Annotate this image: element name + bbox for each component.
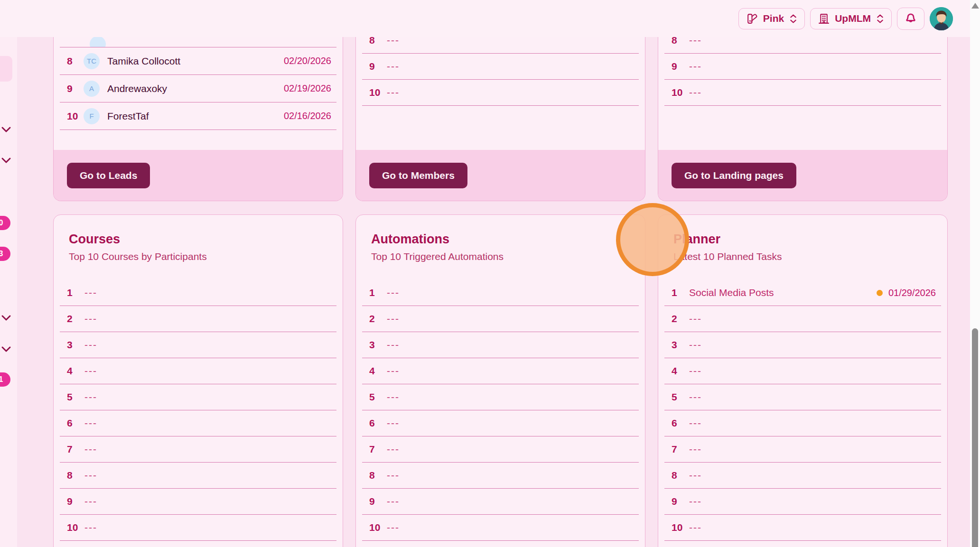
row-empty-value: --- [689, 496, 702, 507]
page-scrollbar[interactable] [970, 0, 980, 547]
table-row: 9 --- [362, 54, 639, 80]
top-header-bar: Pink UpMLM [0, 0, 980, 37]
row-rank: 8 [664, 37, 682, 46]
table-row: 6 --- [664, 410, 941, 436]
row-empty-value: --- [689, 87, 702, 98]
landing-pages-list: 8 --- 9 --- 10 --- [658, 37, 947, 106]
sidebar-active-item[interactable] [0, 56, 12, 82]
table-row: 7 --- [664, 436, 941, 463]
row-empty-value: --- [387, 444, 400, 455]
row-rank: 10 [362, 87, 380, 98]
row-empty-value: --- [689, 313, 702, 324]
workspace-selector-label: UpMLM [835, 13, 871, 24]
table-row: 4 --- [664, 358, 941, 384]
go-to-landing-pages-button[interactable]: Go to Landing pages [672, 163, 796, 188]
row-empty-value: --- [689, 522, 702, 533]
row-empty-value: --- [84, 365, 97, 377]
row-empty-value: --- [689, 37, 702, 46]
notifications-button[interactable] [897, 8, 924, 30]
row-rank: 3 [362, 339, 380, 351]
row-empty-value: --- [689, 365, 702, 377]
card-subtitle: Latest 10 Planned Tasks [673, 251, 947, 262]
table-row: 10 --- [362, 515, 639, 541]
row-empty-value: --- [689, 470, 702, 481]
leads-list: 8 TC Tamika Collocott 02/20/2026 9 A And… [54, 47, 343, 130]
table-row: 9 --- [60, 489, 336, 515]
row-rank: 4 [664, 365, 682, 377]
row-rank: 8 [664, 470, 682, 481]
table-row: 8 --- [664, 463, 941, 489]
row-rank: 9 [60, 83, 78, 94]
courses-list: 1 --- 2 --- 3 --- 4 --- 5 --- 6 --- 7 --… [54, 280, 343, 541]
table-row: 9 --- [664, 54, 941, 80]
row-rank: 8 [362, 37, 380, 46]
row-rank: 8 [362, 470, 380, 481]
user-avatar[interactable] [930, 7, 953, 30]
row-rank: 6 [60, 417, 78, 429]
avatar: TC [84, 53, 100, 69]
table-row: 10 F ForestTaf 02/16/2026 [60, 102, 336, 130]
row-rank: 1 [60, 287, 78, 298]
row-empty-value: --- [84, 417, 97, 429]
row-empty-value: --- [689, 444, 702, 455]
scrollbar-thumb[interactable] [972, 328, 978, 547]
row-rank: 10 [664, 522, 682, 533]
row-rank: 4 [60, 365, 78, 377]
table-row: 2 --- [664, 306, 941, 332]
sidebar-count-badge[interactable]: 0 [0, 216, 10, 230]
row-empty-value: --- [387, 391, 400, 403]
row-rank: 3 [60, 339, 78, 351]
row-rank: 2 [60, 313, 78, 324]
row-empty-value: --- [84, 470, 97, 481]
lead-date: 02/19/2026 [284, 83, 336, 94]
row-empty-value: --- [387, 339, 400, 351]
members-list: 8 --- 9 --- 10 --- [356, 37, 645, 106]
bell-icon [905, 12, 917, 25]
table-row-clipped [60, 37, 336, 47]
row-rank: 10 [60, 522, 78, 533]
row-rank: 10 [362, 522, 380, 533]
click-indicator-overlay [616, 203, 689, 276]
table-row: 9 --- [362, 489, 639, 515]
chevron-down-icon[interactable] [1, 315, 11, 321]
row-empty-value: --- [84, 496, 97, 507]
table-row: 9 A Andrewaxoky 02/19/2026 [60, 75, 336, 102]
workspace-selector-button[interactable]: UpMLM [810, 8, 892, 29]
chevron-down-icon[interactable] [1, 346, 11, 352]
row-rank: 6 [362, 417, 380, 429]
members-card-footer: Go to Members [356, 150, 645, 201]
landing-pages-card-footer: Go to Landing pages [658, 150, 947, 201]
chevron-down-icon[interactable] [1, 126, 11, 133]
go-to-members-button[interactable]: Go to Members [369, 163, 467, 188]
dashboard-screen: 0 3 1 8 TC Tamika Collocott 02/20/2026 9… [0, 0, 980, 547]
chevron-down-icon[interactable] [1, 157, 11, 164]
row-rank: 5 [664, 391, 682, 403]
scrollbar-up-arrow-icon[interactable] [971, 3, 979, 9]
table-row: 3 --- [362, 332, 639, 358]
table-row: 8 --- [664, 37, 941, 54]
table-row: 7 --- [60, 436, 336, 463]
table-row: 9 --- [664, 489, 941, 515]
row-rank: 1 [664, 287, 682, 298]
go-to-leads-button[interactable]: Go to Leads [67, 163, 150, 188]
row-rank: 2 [664, 313, 682, 324]
planner-card: Planner Latest 10 Planned Tasks 1 Social… [658, 214, 948, 547]
table-row: 1 --- [60, 280, 336, 306]
avatar: A [84, 81, 100, 97]
lead-name: Andrewaxoky [107, 83, 167, 94]
sidebar: 0 3 1 [0, 37, 17, 547]
automations-list: 1 --- 2 --- 3 --- 4 --- 5 --- 6 --- 7 --… [356, 280, 645, 541]
row-empty-value: --- [387, 287, 400, 298]
courses-card: Courses Top 10 Courses by Participants 1… [53, 214, 343, 547]
row-rank: 8 [60, 470, 78, 481]
row-empty-value: --- [387, 522, 400, 533]
sidebar-count-badge[interactable]: 1 [0, 372, 10, 387]
theme-selector-button[interactable]: Pink [738, 8, 805, 29]
table-row: 4 --- [362, 358, 639, 384]
sidebar-count-badge[interactable]: 3 [0, 247, 10, 261]
table-row: 10 --- [60, 515, 336, 541]
row-rank: 9 [362, 496, 380, 507]
row-empty-value: --- [84, 522, 97, 533]
row-rank: 5 [60, 391, 78, 403]
leads-card: 8 TC Tamika Collocott 02/20/2026 9 A And… [53, 37, 343, 201]
